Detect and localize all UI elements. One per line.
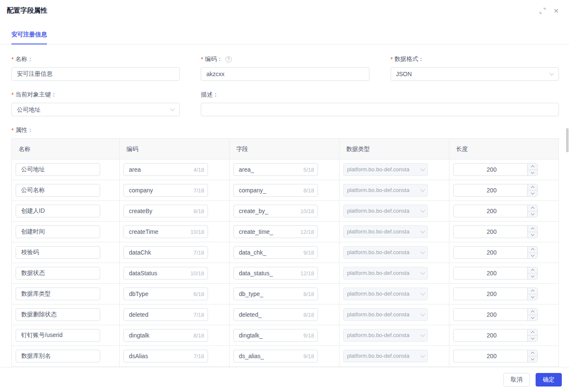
attr-datatype-value: platform.bo.bo-def.consta <box>347 208 409 214</box>
vertical-scrollbar-thumb[interactable] <box>566 128 569 152</box>
cell-datatype: platform.bo.bo-def.consta <box>339 304 449 325</box>
increment-button[interactable] <box>528 226 537 232</box>
increment-button[interactable] <box>528 329 537 336</box>
confirm-button[interactable]: 确定 <box>536 373 562 387</box>
table-row: 6/18 8/18 platform.bo.bo-def.consta <box>12 284 558 304</box>
configure-field-properties-dialog: 配置字段属性 ✕ 安可注册信息 * 名称： * <box>0 0 569 392</box>
cell-field: 8/18 <box>230 304 339 325</box>
decrement-button[interactable] <box>528 170 537 176</box>
attr-name-input[interactable] <box>16 225 100 238</box>
attr-datatype-select[interactable]: platform.bo.bo-def.consta <box>343 225 428 238</box>
name-input[interactable] <box>11 67 180 81</box>
stepper-controls <box>527 309 537 321</box>
decrement-button[interactable] <box>528 191 537 197</box>
close-icon[interactable]: ✕ <box>553 8 559 14</box>
attr-length-input[interactable] <box>453 184 538 197</box>
data-format-select[interactable]: JSON <box>391 67 559 81</box>
decrement-button[interactable] <box>528 294 537 300</box>
attr-name-input[interactable] <box>16 288 100 300</box>
decrement-button[interactable] <box>528 232 537 238</box>
attr-length-input[interactable] <box>453 308 538 321</box>
tab-registration-info[interactable]: 安可注册信息 <box>11 31 47 44</box>
attr-name-input[interactable] <box>16 184 100 197</box>
required-mark: * <box>11 91 14 98</box>
attr-length-stepper <box>453 205 538 217</box>
code-input[interactable] <box>201 67 369 81</box>
attr-length-input[interactable] <box>453 246 538 259</box>
increment-button[interactable] <box>528 184 537 191</box>
fullscreen-icon[interactable] <box>539 8 546 14</box>
decrement-button[interactable] <box>528 211 537 217</box>
stepper-controls <box>527 350 537 362</box>
attr-name-input[interactable] <box>16 308 100 321</box>
table-row: 10/18 12/18 platform.bo.bo-def.consta <box>12 222 558 242</box>
attr-datatype-select[interactable]: platform.bo.bo-def.consta <box>343 246 428 259</box>
cell-datatype: platform.bo.bo-def.consta <box>339 159 449 180</box>
cell-name <box>12 263 120 283</box>
chevron-down-icon <box>421 250 424 253</box>
caret-down-icon <box>531 191 534 195</box>
page-title: 配置字段属性 <box>7 6 47 15</box>
chevron-down-icon <box>421 167 424 170</box>
stepper-controls <box>527 288 537 300</box>
decrement-button[interactable] <box>528 315 537 321</box>
attr-name-input[interactable] <box>16 267 100 280</box>
help-icon[interactable]: ? <box>225 56 232 63</box>
increment-button[interactable] <box>528 164 537 170</box>
attr-datatype-value: platform.bo.bo-def.consta <box>347 332 409 338</box>
increment-button[interactable] <box>528 205 537 211</box>
cell-name <box>12 222 120 242</box>
attr-datatype-select[interactable]: platform.bo.bo-def.consta <box>343 163 428 176</box>
stepper-controls <box>527 184 537 196</box>
attr-code-counter: 4/18 <box>194 167 204 173</box>
cell-length <box>449 263 558 283</box>
decrement-button[interactable] <box>528 253 537 259</box>
increment-button[interactable] <box>528 309 537 315</box>
table-row: 4/18 5/18 platform.bo.bo-def.consta <box>12 159 558 180</box>
required-mark: * <box>201 56 203 63</box>
cancel-button[interactable]: 取消 <box>503 373 530 387</box>
attr-datatype-select[interactable]: platform.bo.bo-def.consta <box>343 308 428 321</box>
field-description: 描述： <box>201 91 559 116</box>
field-data-format: * 数据格式： JSON <box>391 55 559 81</box>
cell-datatype: platform.bo.bo-def.consta <box>339 346 449 366</box>
decrement-button[interactable] <box>528 336 537 342</box>
attr-length-input[interactable] <box>453 205 538 217</box>
increment-button[interactable] <box>528 247 537 253</box>
primary-key-select[interactable]: 公司地址 <box>11 103 180 116</box>
attr-datatype-select[interactable]: platform.bo.bo-def.consta <box>343 288 428 300</box>
attr-length-input[interactable] <box>453 288 538 300</box>
chevron-down-icon <box>421 208 424 212</box>
description-input[interactable] <box>201 103 559 116</box>
chevron-down-icon <box>421 333 424 336</box>
required-mark: * <box>11 56 14 63</box>
attr-datatype-select[interactable]: platform.bo.bo-def.consta <box>343 350 428 362</box>
cell-code: 7/18 <box>120 304 230 325</box>
attr-length-input[interactable] <box>453 267 538 280</box>
attr-length-input[interactable] <box>453 350 538 362</box>
attr-length-input[interactable] <box>453 225 538 238</box>
cell-code: 8/18 <box>120 325 230 345</box>
attr-name-input[interactable] <box>16 163 100 176</box>
attr-length-stepper <box>453 225 538 238</box>
decrement-button[interactable] <box>528 274 537 280</box>
table-row: 7/18 8/18 platform.bo.bo-def.consta <box>12 304 558 325</box>
attr-datatype-select[interactable]: platform.bo.bo-def.consta <box>343 184 428 197</box>
decrement-button[interactable] <box>528 356 537 362</box>
attr-name-input[interactable] <box>16 246 100 259</box>
increment-button[interactable] <box>528 350 537 356</box>
name-label: * 名称： <box>11 55 180 63</box>
dialog-footer: 取消 确定 <box>0 367 569 392</box>
attr-datatype-select[interactable]: platform.bo.bo-def.consta <box>343 329 428 342</box>
attr-datatype-select[interactable]: platform.bo.bo-def.consta <box>343 267 428 280</box>
caret-up-icon <box>531 331 534 334</box>
attr-length-input[interactable] <box>453 163 538 176</box>
attr-name-input[interactable] <box>16 205 100 217</box>
attr-name-input[interactable] <box>16 329 100 342</box>
increment-button[interactable] <box>528 267 537 274</box>
attr-length-input[interactable] <box>453 329 538 342</box>
increment-button[interactable] <box>528 288 537 294</box>
column-header-name: 名称 <box>12 139 120 159</box>
attr-name-input[interactable] <box>16 350 100 362</box>
attr-datatype-select[interactable]: platform.bo.bo-def.consta <box>343 205 428 217</box>
